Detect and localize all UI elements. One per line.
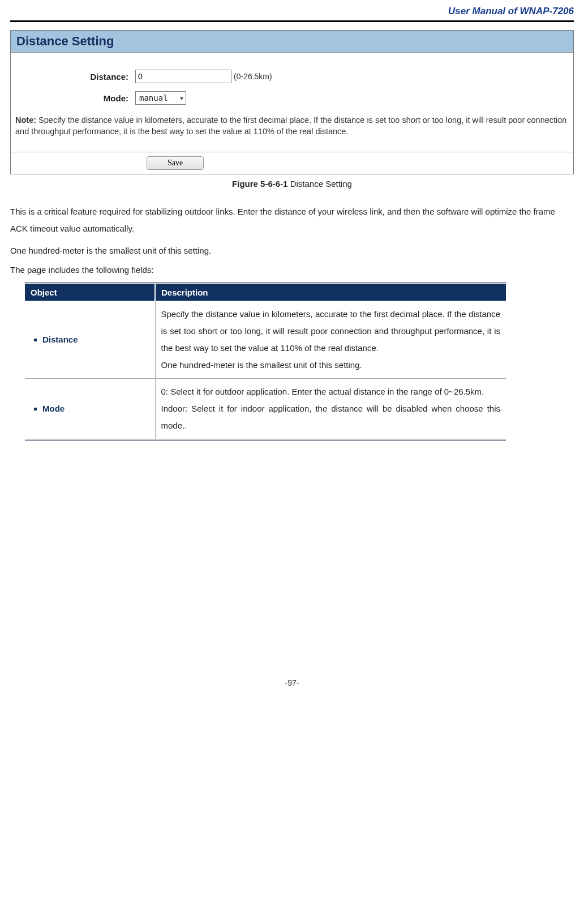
- save-button[interactable]: Save: [147, 156, 204, 170]
- table-header-row: Object Description: [25, 284, 506, 301]
- panel-body: Distance: (0-26.5km) Mode: manual ▼ Note…: [11, 53, 573, 152]
- bullet-icon: [34, 408, 37, 410]
- object-cell: Mode: [25, 379, 155, 440]
- table-row: Mode 0: Select it for outdoor applicatio…: [25, 379, 506, 440]
- form-row-distance: Distance: (0-26.5km): [11, 70, 573, 83]
- chevron-down-icon: ▼: [180, 95, 183, 101]
- figure-number: Figure 5-6-6-1: [232, 179, 287, 189]
- doc-title: User Manual of WNAP-7206: [448, 6, 574, 16]
- panel-footer: Save: [11, 152, 573, 174]
- note-text: Specify the distance value in kilometers…: [15, 116, 566, 136]
- th-object: Object: [25, 284, 155, 301]
- figure-caption: Figure 5-6-6-1 Distance Setting: [10, 179, 574, 189]
- document-header: User Manual of WNAP-7206: [10, 6, 574, 22]
- panel-title: Distance Setting: [11, 31, 573, 53]
- fields-table: Object Description Distance Specify the …: [25, 283, 506, 440]
- th-description: Description: [155, 284, 506, 301]
- object-name: Mode: [42, 404, 65, 413]
- distance-setting-panel: Distance Setting Distance: (0-26.5km) Mo…: [10, 30, 574, 174]
- paragraph-1: This is a critical feature required for …: [10, 203, 574, 237]
- mode-label: Mode:: [45, 93, 135, 103]
- distance-input[interactable]: [135, 70, 231, 83]
- mode-value: manual: [139, 93, 168, 102]
- object-name: Distance: [42, 335, 78, 344]
- paragraph-2: One hundred-meter is the smallest unit o…: [10, 244, 574, 258]
- note-label: Note:: [15, 116, 36, 125]
- note-row: Note: Specify the distance value in kilo…: [11, 113, 573, 147]
- page-number: -97-: [10, 678, 574, 687]
- fields-table-wrap: Object Description Distance Specify the …: [25, 283, 506, 440]
- distance-range-hint: (0-26.5km): [234, 72, 272, 81]
- description-cell: 0: Select it for outdoor application. En…: [155, 379, 506, 440]
- object-cell: Distance: [25, 301, 155, 379]
- distance-label: Distance:: [45, 72, 135, 82]
- mode-select[interactable]: manual ▼: [135, 91, 186, 105]
- paragraph-3: The page includes the following fields:: [10, 263, 574, 277]
- bullet-icon: [34, 339, 37, 341]
- figure-title: Distance Setting: [290, 179, 352, 189]
- description-cell: Specify the distance value in kilometers…: [155, 301, 506, 379]
- table-row: Distance Specify the distance value in k…: [25, 301, 506, 379]
- form-row-mode: Mode: manual ▼: [11, 91, 573, 105]
